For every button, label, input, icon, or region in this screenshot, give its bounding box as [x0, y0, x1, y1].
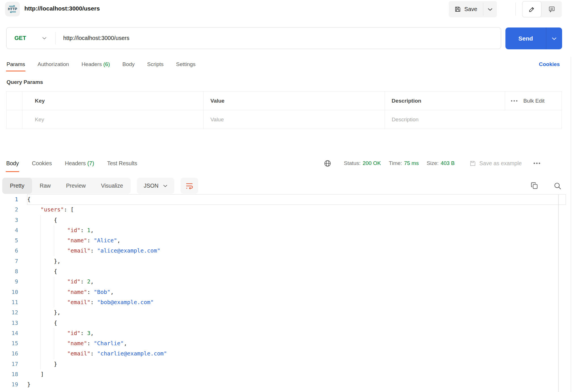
- send-button[interactable]: Send: [505, 27, 546, 49]
- code-line: 10 "name": "Bob",: [0, 287, 566, 297]
- wrap-lines-icon: [185, 182, 193, 190]
- chevron-down-icon: [552, 37, 557, 40]
- response-more-options-icon[interactable]: [533, 162, 541, 164]
- response-tab-cookies[interactable]: Cookies: [32, 160, 52, 171]
- line-number: 18: [0, 369, 18, 380]
- view-preview-button[interactable]: Preview: [58, 178, 93, 194]
- code-line-text: "email": "charlie@example.com": [27, 349, 566, 359]
- code-line: 2 "users": [: [0, 205, 566, 215]
- line-number: 1: [0, 194, 18, 205]
- line-number: 3: [0, 215, 18, 225]
- code-line-text: "users": [: [27, 205, 566, 215]
- save-button[interactable]: Save: [449, 1, 483, 17]
- key-cell: [22, 110, 204, 129]
- status-badge: Status: 200 OK: [344, 160, 381, 166]
- copy-icon[interactable]: [530, 182, 539, 190]
- globe-icon[interactable]: [324, 160, 331, 167]
- line-number: 7: [0, 256, 18, 266]
- code-line-text: "name": "Alice",: [27, 236, 566, 246]
- view-visualize-button[interactable]: Visualize: [93, 178, 131, 194]
- line-number: 5: [0, 236, 18, 246]
- edit-request-button[interactable]: [522, 1, 541, 17]
- header-icon-group: [522, 1, 562, 17]
- code-line-text: ]: [27, 369, 566, 380]
- response-headers-count-badge: (7): [87, 160, 94, 166]
- url-bar: GET: [6, 27, 501, 49]
- save-floppy-icon: [469, 160, 476, 167]
- key-input[interactable]: [35, 116, 195, 123]
- code-line: 1{: [0, 194, 566, 205]
- comment-button[interactable]: [541, 1, 562, 17]
- response-body-editor[interactable]: 1{2 "users": [3 {4 "id": 1,5 "name": "Al…: [0, 194, 576, 392]
- method-selector[interactable]: GET: [7, 35, 55, 41]
- code-line-text: {: [27, 266, 566, 277]
- query-params-title: Query Params: [7, 79, 43, 85]
- code-line-text: },: [27, 256, 566, 266]
- code-line: 17 }: [0, 359, 566, 369]
- code-line: 15 "name": "Charlie",: [0, 338, 566, 349]
- view-raw-button[interactable]: Raw: [32, 178, 58, 194]
- response-tabs: Body Cookies Headers (7) Test Results: [6, 160, 137, 171]
- cookies-link[interactable]: Cookies: [539, 61, 560, 67]
- code-line: 6 "email": "alice@example.com": [0, 246, 566, 256]
- code-line-text: }: [27, 359, 566, 369]
- code-line-text: },: [27, 308, 566, 318]
- code-line-text: "name": "Bob",: [27, 287, 566, 297]
- tab-body[interactable]: Body: [122, 61, 135, 71]
- tab-params[interactable]: Params: [7, 61, 25, 71]
- view-pretty-button[interactable]: Pretty: [2, 178, 32, 194]
- save-button-group: Save: [449, 1, 497, 17]
- svg-text:HTTP: HTTP: [8, 7, 17, 11]
- row-select-cell[interactable]: [7, 110, 22, 129]
- tab-settings[interactable]: Settings: [176, 61, 196, 71]
- request-tabs: Params Authorization Headers (6) Body Sc…: [7, 61, 196, 71]
- more-options-icon[interactable]: [511, 100, 518, 102]
- send-options-chevron[interactable]: [546, 27, 562, 49]
- value-input[interactable]: [210, 116, 376, 123]
- line-number: 13: [0, 318, 18, 328]
- save-options-chevron[interactable]: [483, 1, 497, 17]
- view-mode-segmented-control: Pretty Raw Preview Visualize: [2, 178, 131, 194]
- comment-icon: [548, 6, 555, 13]
- tab-authorization[interactable]: Authorization: [37, 61, 69, 71]
- url-input[interactable]: [56, 35, 501, 41]
- tab-headers[interactable]: Headers (6): [81, 61, 110, 71]
- code-line-text: "id": 1,: [27, 225, 566, 236]
- response-meta-bar: Status: 200 OK Time: 75 ms Size: 403 B S…: [324, 158, 558, 169]
- headers-count-badge: (6): [103, 61, 110, 67]
- line-number: 12: [0, 308, 18, 318]
- table-actions-cell: Bulk Edit: [505, 92, 562, 110]
- code-line: 11 "email": "bob@example.com": [0, 297, 566, 308]
- description-column-header: Description: [385, 92, 505, 110]
- key-column-header: Key: [22, 92, 204, 110]
- code-line: 14 "id": 3,: [0, 328, 566, 338]
- format-select[interactable]: JSON: [137, 178, 174, 194]
- code-line: 13 {: [0, 318, 566, 328]
- response-tab-test-results[interactable]: Test Results: [107, 160, 137, 171]
- save-as-example-button[interactable]: Save as example: [469, 160, 522, 167]
- response-tab-body[interactable]: Body: [6, 160, 19, 171]
- header-divider: [515, 3, 516, 16]
- line-number: 15: [0, 338, 18, 349]
- save-button-label: Save: [464, 6, 477, 12]
- code-line: 5 "name": "Alice",: [0, 236, 566, 246]
- response-toolbar: Pretty Raw Preview Visualize JSON: [2, 178, 562, 194]
- search-icon[interactable]: [553, 182, 562, 190]
- line-number: 11: [0, 297, 18, 308]
- size-badge: Size: 403 B: [427, 160, 455, 166]
- code-line: 7 },: [0, 256, 566, 266]
- code-line-text: "email": "bob@example.com": [27, 297, 566, 308]
- code-rows: 1{2 "users": [3 {4 "id": 1,5 "name": "Al…: [0, 194, 566, 390]
- response-tab-headers[interactable]: Headers (7): [65, 160, 94, 171]
- code-line: 16 "email": "charlie@example.com": [0, 349, 566, 359]
- line-number: 16: [0, 349, 18, 359]
- tab-scripts[interactable]: Scripts: [147, 61, 164, 71]
- wrap-lines-button[interactable]: [181, 178, 198, 194]
- description-input[interactable]: [392, 116, 553, 123]
- line-number: 19: [0, 380, 18, 390]
- code-line: 3 {: [0, 215, 566, 225]
- line-number: 6: [0, 246, 18, 256]
- chevron-down-icon: [42, 37, 47, 40]
- bulk-edit-button[interactable]: Bulk Edit: [523, 98, 545, 104]
- query-params-table: Key Value Description Bulk Edit: [6, 91, 562, 129]
